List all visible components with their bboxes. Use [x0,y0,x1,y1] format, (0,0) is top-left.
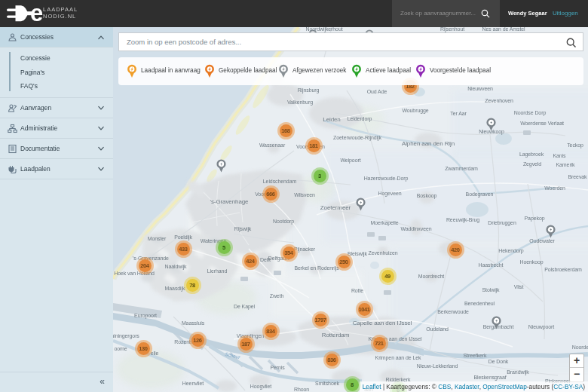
svg-text:Hogeveen: Hogeveen [378,191,401,197]
svg-text:Poeldijk: Poeldijk [174,234,192,240]
svg-text:De Donk: De Donk [488,359,509,364]
svg-text:Naaldwijk: Naaldwijk [164,264,187,270]
svg-text:Hoogvliet: Hoogvliet [250,384,271,390]
svg-text:'s-Gravenhage: 's-Gravenhage [210,198,250,205]
svg-text:Zweth: Zweth [270,293,284,299]
svg-text:Nes aan de Amstel: Nes aan de Amstel [482,27,525,32]
svg-text:ruiningergors: ruiningergors [113,333,139,339]
svg-text:Pernis: Pernis [270,365,285,370]
svg-text:Hoenkoop: Hoenkoop [519,259,543,265]
svg-text:Nieuwveen: Nieuwveen [467,86,493,91]
svg-text:Hekendorp: Hekendorp [498,248,524,254]
svg-text:Brandwijk: Brandwijk [507,369,529,375]
svg-text:Driebruggen: Driebruggen [488,220,516,226]
svg-text:Bleskensgraaf: Bleskensgraaf [473,375,506,381]
svg-text:Hazerswoude-Dorp: Hazerswoude-Dorp [364,176,409,182]
svg-text:Boskoop: Boskoop [417,193,437,199]
svg-text:Capelle aan den IJssel: Capelle aan den IJssel [353,320,412,326]
svg-text:Vlist: Vlist [514,284,524,289]
svg-text:Rijswijk: Rijswijk [234,226,252,232]
svg-text:Zevenhoven: Zevenhoven [485,98,513,103]
svg-text:Woerdense Verlaat: Woerdense Verlaat [520,121,564,126]
svg-text:Rotterdam: Rotterdam [322,332,350,338]
svg-text:Rijnsburg: Rijnsburg [298,87,320,93]
svg-text:Smitshoek: Smitshoek [315,381,339,386]
svg-text:e: e [30,3,43,24]
svg-text:Zwammerdam: Zwammerdam [445,166,478,171]
svg-text:Lagebroek: Lagebroek [519,152,544,158]
svg-text:Maasdijk: Maasdijk [165,286,185,292]
svg-text:Woubrugge: Woubrugge [402,108,428,114]
svg-text:Papekop: Papekop [525,216,545,222]
svg-text:Noordse Dorp: Noordse Dorp [514,110,547,116]
svg-text:Ter Aar: Ter Aar [450,111,467,116]
svg-text:Kamerik: Kamerik [556,162,576,167]
svg-text:Kanis: Kanis [553,153,566,158]
svg-text:Waddinxveen: Waddinxveen [400,226,431,231]
svg-text:Oudewater: Oudewater [529,238,555,243]
svg-text:Weipoort: Weipoort [340,158,360,164]
svg-text:Wilsveen: Wilsveen [294,192,315,198]
svg-text:Noorde: Noorde [572,345,588,350]
svg-text:Rijsenhout: Rijsenhout [440,27,464,32]
svg-text:Zoetermeer: Zoetermeer [320,204,351,211]
svg-text:Berkel en Rodenrijs: Berkel en Rodenrijs [294,265,339,271]
svg-text:Monster: Monster [148,236,167,241]
svg-text:Delft: Delft [260,257,271,262]
svg-text:Alphen aan den Rijn: Alphen aan den Rijn [402,140,455,147]
svg-text:Haastrecht: Haastrecht [479,262,504,268]
svg-text:Reeuwijk-Brug: Reeuwijk-Brug [446,217,479,223]
svg-text:Oud Ade: Oud Ade [367,89,387,94]
svg-text:Bodegraven: Bodegraven [466,191,494,198]
svg-text:Polsbroekerdam: Polsbroekerdam [544,267,582,272]
svg-text:Noordwijkerhout: Noordwijkerhout [305,27,342,32]
svg-text:Teckop: Teckop [567,142,583,149]
svg-text:Moordrecht: Moordrecht [418,274,445,279]
svg-text:Breevak: Breevak [568,174,588,179]
svg-text:Krimpen aan de Lek: Krimpen aan de Lek [375,355,421,361]
svg-text:Wassenaar: Wassenaar [259,142,286,148]
svg-text:Zevenhuizen: Zevenhuizen [369,250,398,256]
svg-text:Rhoon: Rhoon [294,387,309,392]
svg-text:Maassluis: Maassluis [182,320,205,326]
svg-text:Valkenburg: Valkenburg [287,100,313,106]
svg-text:Leidschendam: Leidschendam [263,179,297,184]
svg-text:Moerkapelle: Moerkapelle [370,220,398,226]
svg-text:Nootdorp: Nootdorp [273,219,294,225]
svg-text:Benedenheul: Benedenheul [464,301,495,306]
svg-text:Oudeland: Oudeland [426,326,449,332]
svg-text:Nieuw-Lekkerland: Nieuw-Lekkerland [417,363,458,369]
svg-text:oome: oome [114,346,127,351]
svg-text:Woerden: Woerden [544,185,565,191]
svg-text:Stolwijk: Stolwijk [482,287,501,293]
svg-text:Leiderdorp: Leiderdorp [348,116,372,122]
svg-text:Berkenwoude: Berkenwoude [437,309,469,314]
svg-text:Zoeterwoude-Rijndijk: Zoeterwoude-Rijndijk [333,135,381,141]
svg-text:Heenvliet: Heenvliet [182,381,204,386]
svg-text:Nieuwpoort: Nieuwpoort [528,324,555,330]
svg-text:Rotte: Rotte [351,288,363,293]
svg-text:De Kapel: De Kapel [234,304,256,310]
svg-text:Lierhand: Lierhand [207,268,228,274]
svg-text:Zegveld: Zegveld [523,161,541,167]
svg-text:Leiden: Leiden [323,116,340,123]
svg-text:Europoort: Europoort [134,313,157,319]
svg-text:Streefkerk: Streefkerk [464,353,488,358]
